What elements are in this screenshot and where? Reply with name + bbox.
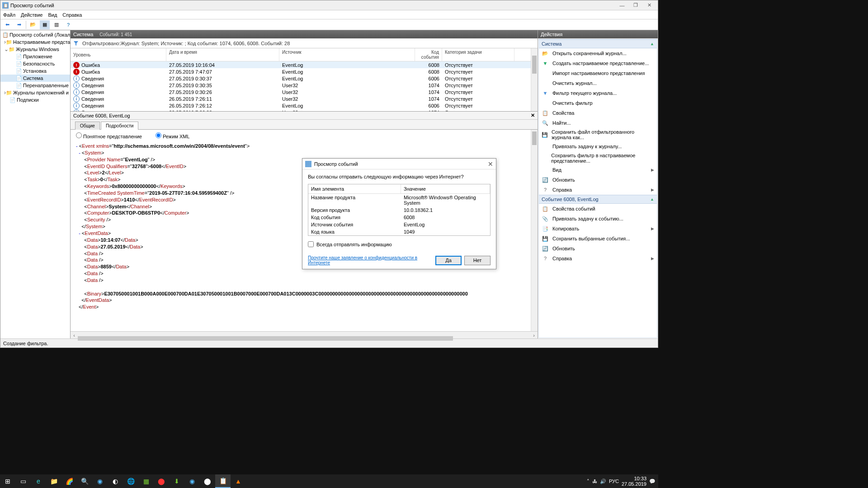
tree-setup[interactable]: 📄Установка xyxy=(0,67,70,75)
send-info-dialog: Просмотр событий ✕ Вы согласны отправить… xyxy=(302,158,496,269)
tree-app-logs[interactable]: ›📁Журналы приложений и сл xyxy=(0,89,70,96)
dialog-icon xyxy=(305,161,311,167)
menu-help[interactable]: Справка xyxy=(62,12,82,18)
action-item[interactable]: Очистить фильтр xyxy=(539,98,657,108)
tray-notify-icon[interactable]: 💬 xyxy=(649,479,656,484)
explorer-icon[interactable]: 📁 xyxy=(46,474,61,488)
table-row[interactable]: iСведения27.05.2019 0:30:26User321074Отс… xyxy=(71,89,538,95)
tree-custom-views[interactable]: ›📁Настраиваемые представл xyxy=(0,38,70,46)
privacy-link[interactable]: Прочтите наше заявление о конфиденциальн… xyxy=(308,255,435,265)
app-icon-2[interactable]: ◐ xyxy=(108,474,123,488)
detail-hscroll[interactable]: ‹› xyxy=(71,331,538,338)
system-tray[interactable]: ˄ 🖧 🔊 РУС 10:3327.05.2019 💬 xyxy=(587,476,658,487)
edge-icon[interactable]: e xyxy=(31,474,46,488)
menu-file[interactable]: Файл xyxy=(3,12,15,18)
tray-sound-icon[interactable]: 🔊 xyxy=(600,479,606,484)
action-item[interactable]: 📑Копировать▶ xyxy=(539,224,657,234)
action-item[interactable]: 📋Свойства xyxy=(539,108,657,118)
action-item[interactable]: 💾Сохранить выбранные события... xyxy=(539,234,657,244)
table-row[interactable]: iСведения27.05.2019 0:30:37EventLog6006О… xyxy=(71,75,538,82)
forward-button[interactable]: ➡ xyxy=(14,20,24,29)
tree-windows-logs[interactable]: ⌄📁Журналы Windows xyxy=(0,46,70,53)
vlc-icon[interactable]: ▲ xyxy=(231,474,246,488)
view-icon1[interactable]: ▦ xyxy=(40,20,50,29)
table-row[interactable]: !Ошибка27.05.2019 10:16:04EventLog6008От… xyxy=(71,61,538,68)
action-item[interactable]: 💾Сохранить файл отфильтрованного журнала… xyxy=(539,128,657,141)
steam-icon[interactable]: ⬤ xyxy=(200,474,215,488)
no-button[interactable]: Нет xyxy=(464,256,491,265)
action-item[interactable]: 🔄Обновить xyxy=(539,175,657,185)
search-icon[interactable]: 🔍 xyxy=(77,474,92,488)
col-level[interactable]: Уровень xyxy=(71,48,166,61)
app-icon-1[interactable]: ◉ xyxy=(92,474,108,488)
tree-application[interactable]: 📄Приложение xyxy=(0,53,70,60)
tray-clock[interactable]: 10:3327.05.2019 xyxy=(622,476,646,487)
tree-root[interactable]: 📋Просмотр событий (Локальны xyxy=(0,31,70,38)
eventvwr-taskbar[interactable]: 📋 xyxy=(215,474,231,488)
action-item[interactable]: Сохранить фильтр в настраиваемое предста… xyxy=(539,151,657,165)
action-item[interactable]: ▼Фильтр текущего журнала... xyxy=(539,88,657,98)
tree-system[interactable]: 📄Система xyxy=(0,75,70,82)
close-button[interactable]: ✕ xyxy=(642,1,656,9)
start-button[interactable]: ⊞ xyxy=(0,474,15,488)
action-item[interactable]: 📂Открыть сохраненный журнал... xyxy=(539,48,657,58)
app-icon-3[interactable]: 🌐 xyxy=(123,474,138,488)
open-icon[interactable]: 📂 xyxy=(28,20,38,29)
detail-scrollbar[interactable] xyxy=(531,130,538,331)
action-item[interactable]: 📋Свойства событий xyxy=(539,204,657,214)
tree-forwarded[interactable]: 📄Перенаправленные со xyxy=(0,82,70,89)
app-icon-6[interactable]: ⬇ xyxy=(169,474,184,488)
maximize-button[interactable]: ❐ xyxy=(629,1,642,9)
app-icon-4[interactable]: ▦ xyxy=(138,474,154,488)
action-item[interactable]: ▼Создать настраиваемое представление... xyxy=(539,58,657,68)
action-item[interactable]: Импорт настраиваемого представления xyxy=(539,68,657,78)
table-row[interactable]: iСведения26.05.2019 7:26:12EventLog6006О… xyxy=(71,102,538,109)
table-row[interactable]: iСведения26.05.2019 7:26:11User321074Отс… xyxy=(71,95,538,102)
table-row[interactable]: iСведения27.05.2019 0:30:35User321074Отс… xyxy=(71,82,538,89)
detail-header: Событие 6008, EventLog ✕ xyxy=(71,112,538,120)
tree-pane[interactable]: 📋Просмотр событий (Локальны ›📁Настраивае… xyxy=(0,30,71,338)
detail-close-icon[interactable]: ✕ xyxy=(531,113,535,118)
tab-details[interactable]: Подробности xyxy=(101,122,138,130)
app-icon-7[interactable]: ◉ xyxy=(184,474,200,488)
col-category[interactable]: Категория задачи xyxy=(442,48,514,61)
tree-subscriptions[interactable]: 📄Подписки xyxy=(0,96,70,103)
tray-chevron-icon[interactable]: ˄ xyxy=(587,479,590,484)
action-item[interactable]: ?Справка▶ xyxy=(539,253,657,263)
action-item[interactable]: Очистить журнал... xyxy=(539,78,657,88)
col-datetime[interactable]: Дата и время xyxy=(166,48,279,61)
tab-general[interactable]: Общие xyxy=(75,122,100,130)
action-item[interactable]: ?Справка▶ xyxy=(539,185,657,195)
action-item[interactable]: 🔍Найти... xyxy=(539,118,657,128)
yes-button[interactable]: Да xyxy=(435,256,462,265)
menu-view[interactable]: Вид xyxy=(48,12,57,18)
action-item[interactable]: 📎Привязать задачу к событию... xyxy=(539,214,657,224)
tray-net-icon[interactable]: 🖧 xyxy=(592,479,597,484)
dialog-close-icon[interactable]: ✕ xyxy=(488,160,493,168)
dialog-table: Имя элементаЗначение Название продуктаMi… xyxy=(308,184,491,236)
view-icon2[interactable]: ▥ xyxy=(52,20,61,29)
app-icon-5[interactable]: ⬤ xyxy=(154,474,169,488)
menu-action[interactable]: Действие xyxy=(21,12,42,18)
chrome-icon[interactable]: 🌈 xyxy=(61,474,77,488)
help-icon[interactable]: ? xyxy=(63,20,73,29)
tray-lang[interactable]: РУС xyxy=(609,479,619,484)
action-item[interactable]: Привязать задачу к журналу... xyxy=(539,141,657,151)
minimize-button[interactable]: — xyxy=(615,1,629,9)
col-source[interactable]: Источник xyxy=(279,48,415,61)
action-item[interactable]: Вид▶ xyxy=(539,165,657,175)
taskbar[interactable]: ⊞ ▭ e 📁 🌈 🔍 ◉ ◐ 🌐 ▦ ⬤ ⬇ ◉ ⬤ 📋 ▲ ˄ 🖧 🔊 РУ… xyxy=(0,474,658,488)
radio-friendly[interactable]: Понятное представление xyxy=(76,132,142,139)
actions-section-system: Система▲ xyxy=(539,39,657,48)
table-row[interactable]: !Ошибка27.05.2019 7:47:07EventLog6008Отс… xyxy=(71,68,538,75)
event-grid[interactable]: Уровень Дата и время Источник Код событи… xyxy=(71,48,538,112)
back-button[interactable]: ⬅ xyxy=(2,20,12,29)
grid-scrollbar[interactable] xyxy=(531,48,538,111)
tree-security[interactable]: 📄Безопасность xyxy=(0,60,70,67)
always-send-checkbox[interactable]: Всегда отправлять информацию xyxy=(308,241,491,247)
action-item[interactable]: 🔄Обновить xyxy=(539,244,657,253)
radio-xml[interactable]: Режим XML xyxy=(156,132,190,139)
table-row[interactable]: iСведения26.05.2019 7:26:03User321074Отс… xyxy=(71,109,538,112)
task-view[interactable]: ▭ xyxy=(15,474,31,488)
col-eventid[interactable]: Код события xyxy=(415,48,442,61)
